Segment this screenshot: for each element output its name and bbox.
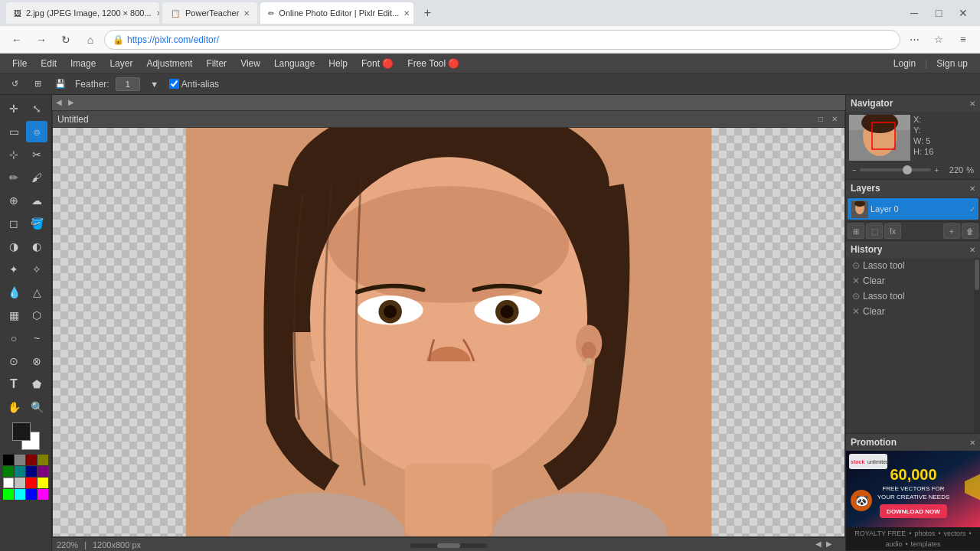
history-scrollbar-thumb[interactable] (975, 259, 979, 290)
h-scrollbar-thumb[interactable] (437, 543, 460, 548)
refresh-button[interactable]: ↻ (55, 29, 77, 51)
spot-heal-tool[interactable]: ✦ (3, 259, 24, 280)
patch-tool[interactable]: ⊗ (26, 350, 47, 372)
pencil-tool[interactable]: ✏ (3, 167, 24, 188)
layers-close[interactable]: ✕ (969, 184, 975, 193)
palette-silver[interactable] (15, 478, 25, 488)
h-scrollbar-track[interactable] (410, 543, 487, 548)
palette-black[interactable] (3, 455, 14, 465)
tool-options-btn2[interactable]: ⊞ (29, 76, 46, 93)
shape-tool[interactable]: ⬟ (26, 373, 47, 395)
menu-button[interactable]: ≡ (952, 29, 974, 51)
zoom-out-icon[interactable]: − (852, 166, 857, 174)
promotion-header[interactable]: Promotion ✕ (846, 434, 980, 451)
tab-1[interactable]: 🖼 2.jpg (JPEG Image, 1200 × 800... ✕ (6, 2, 159, 24)
promo-tag-royalty[interactable]: ROYALTY FREE (854, 530, 906, 537)
menu-signup[interactable]: Sign up (930, 57, 974, 70)
tool-options-btn3[interactable]: 💾 (52, 76, 69, 93)
smudge2-tool[interactable]: ~ (26, 328, 47, 349)
restore-button[interactable]: □ (928, 2, 949, 24)
home-button[interactable]: ⌂ (80, 29, 101, 51)
sharpen-tool[interactable]: △ (26, 282, 47, 303)
menu-login[interactable]: Login (887, 57, 922, 70)
menu-image[interactable]: Image (64, 57, 102, 70)
promo-tag-audio[interactable]: audio (885, 540, 902, 548)
layer-add-btn[interactable]: + (943, 223, 960, 239)
address-bar[interactable]: 🔒 https://pixlr.com/editor/ (104, 30, 900, 50)
promo-banner[interactable]: stock unlimited 60,000 FREE VECTORS FOR … (846, 451, 980, 527)
zoom-in-icon[interactable]: + (934, 166, 939, 174)
palette-blue[interactable] (26, 489, 37, 500)
hand-tool[interactable]: ✋ (3, 396, 24, 418)
palette-teal[interactable] (15, 466, 25, 477)
bookmark-button[interactable]: ☆ (928, 29, 949, 51)
palette-maroon[interactable] (26, 455, 37, 465)
feather-dropdown[interactable]: ▼ (146, 76, 163, 93)
palette-magenta[interactable] (38, 489, 48, 500)
menu-language[interactable]: Language (268, 57, 321, 70)
menu-free-tool[interactable]: Free Tool 🔴 (401, 57, 466, 70)
layer-group-btn[interactable]: ⊞ (848, 223, 864, 239)
smudge-tool[interactable]: ☁ (26, 190, 47, 211)
palette-white[interactable] (3, 478, 14, 488)
history-header[interactable]: History ✕ (846, 241, 980, 258)
menu-file[interactable]: File (6, 57, 33, 70)
palette-olive[interactable] (38, 455, 48, 465)
canvas-nav-prev[interactable]: ◀ (54, 96, 64, 107)
navigator-close[interactable]: ✕ (969, 99, 975, 108)
zoom-tool[interactable]: 🔍 (26, 396, 47, 418)
lasso-tool[interactable]: ⌾ (26, 121, 47, 142)
menu-filter[interactable]: Filter (200, 57, 233, 70)
heal-tool[interactable]: ✧ (26, 259, 47, 280)
sponge-tool[interactable]: ○ (3, 328, 24, 349)
layer-mask-btn[interactable]: ⬚ (866, 223, 883, 239)
minimize-button[interactable]: ─ (903, 2, 925, 24)
layer-fx-btn[interactable]: fx (884, 223, 901, 239)
new-tab-button[interactable]: + (416, 2, 438, 24)
stamp-tool[interactable]: ⊕ (3, 190, 24, 211)
menu-edit[interactable]: Edit (34, 57, 63, 70)
burn-tool[interactable]: ◐ (26, 236, 47, 257)
extensions-button[interactable]: ⋯ (903, 29, 925, 51)
gradient-tool[interactable]: ▦ (3, 305, 24, 326)
layers-header[interactable]: Layers ✕ (846, 180, 980, 197)
history-item-0[interactable]: ⊙ Lasso tool (846, 258, 974, 273)
foreground-color-swatch[interactable] (12, 422, 31, 441)
scroll-right[interactable]: ▶ (824, 538, 835, 549)
fill-tool[interactable]: 🪣 (26, 213, 47, 234)
move-tool[interactable]: ✛ (3, 98, 24, 119)
tab-2-close[interactable]: ✕ (243, 9, 250, 18)
palette-yellow[interactable] (38, 478, 48, 488)
promo-tag-photos[interactable]: photos (914, 530, 935, 537)
palette-cyan[interactable] (15, 489, 25, 500)
paint-bucket-tool[interactable]: ⬡ (26, 305, 47, 326)
anti-alias-checkbox[interactable] (169, 79, 179, 89)
tab-2[interactable]: 📋 PowerTeacher ✕ (162, 2, 257, 24)
nav-zoom-thumb[interactable] (903, 165, 912, 174)
promotion-close[interactable]: ✕ (969, 439, 975, 447)
palette-navy[interactable] (26, 466, 37, 477)
palette-lime[interactable] (3, 489, 14, 500)
palette-green[interactable] (3, 466, 14, 477)
navigator-header[interactable]: Navigator ✕ (846, 95, 980, 112)
tab-3-close[interactable]: ✕ (403, 9, 410, 18)
brush-tool[interactable]: 🖌 (26, 167, 47, 188)
canvas-close-btn[interactable]: ✕ (829, 114, 840, 125)
back-button[interactable]: ← (6, 29, 28, 51)
tab-3[interactable]: ✏ Online Photo Editor | Pixlr Edit... ✕ (260, 2, 413, 24)
layer-0-visibility[interactable]: ✓ (969, 205, 975, 214)
type-tool[interactable]: T (3, 373, 24, 395)
promo-tag-templates[interactable]: templates (911, 540, 941, 548)
promo-tag-vectors[interactable]: vectors (944, 530, 966, 537)
tab-1-close[interactable]: ✕ (156, 9, 159, 18)
slice-tool[interactable]: ✂ (26, 144, 47, 165)
history-scrollbar[interactable] (974, 258, 980, 433)
nav-zoom-slider[interactable] (860, 168, 932, 171)
scroll-left[interactable]: ◀ (813, 538, 824, 549)
history-item-1[interactable]: ✕ Clear (846, 273, 974, 289)
palette-gray[interactable] (15, 455, 25, 465)
close-button[interactable]: ✕ (952, 2, 974, 24)
menu-layer[interactable]: Layer (103, 57, 139, 70)
palette-purple[interactable] (38, 466, 48, 477)
menu-view[interactable]: View (234, 57, 266, 70)
